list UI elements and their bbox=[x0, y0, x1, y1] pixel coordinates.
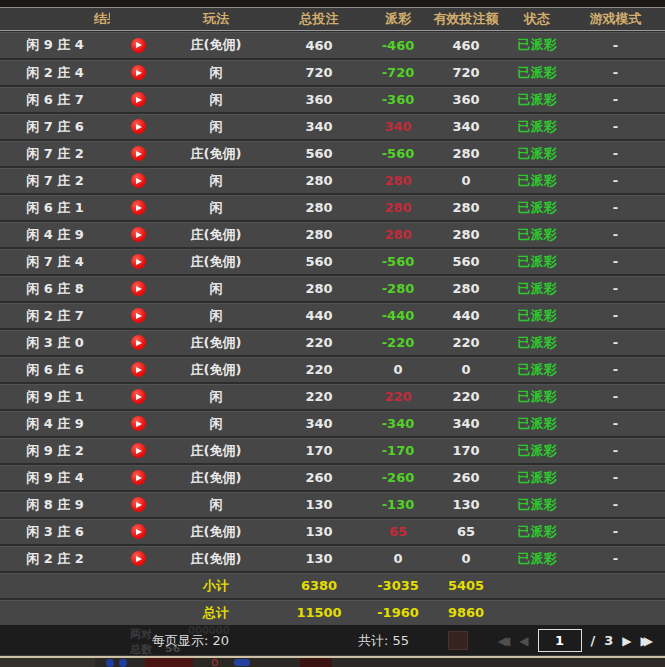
game-mode-cell: - bbox=[566, 362, 665, 377]
total-bet-cell: 560 bbox=[266, 146, 372, 161]
play-replay-button[interactable] bbox=[131, 65, 146, 80]
table-row: 闲 2 庄 2 庄(免佣) 130 0 0 已派彩 - bbox=[0, 544, 665, 571]
page-number-input[interactable] bbox=[538, 629, 582, 652]
valid-bet-cell: 220 bbox=[424, 389, 508, 404]
grand-total-payout: -1960 bbox=[372, 605, 424, 620]
play-type-cell: 庄(免佣) bbox=[166, 36, 266, 54]
play-type-cell: 闲 bbox=[166, 307, 266, 325]
per-page-value: 20 bbox=[213, 633, 230, 648]
play-replay-button[interactable] bbox=[131, 362, 146, 377]
result-cell: 闲 7 庄 2 bbox=[0, 172, 110, 190]
play-icon bbox=[136, 97, 142, 103]
prev-page-button[interactable]: ◀ bbox=[519, 630, 528, 652]
bet-history-window: 结果 玩法 总投注 派彩 有效投注额 状态 游戏模式 闲 9 庄 4 庄(免佣)… bbox=[0, 0, 665, 667]
game-mode-cell: - bbox=[566, 65, 665, 80]
strip-content bbox=[0, 658, 665, 667]
table-row: 闲 7 庄 2 庄(免佣) 560 -560 280 已派彩 - bbox=[0, 139, 665, 166]
play-replay-button[interactable] bbox=[131, 227, 146, 242]
background-blob bbox=[0, 658, 95, 667]
game-mode-cell: - bbox=[566, 200, 665, 215]
total-bet-cell: 720 bbox=[266, 65, 372, 80]
play-replay-button[interactable] bbox=[131, 524, 146, 539]
total-bet-cell: 220 bbox=[266, 335, 372, 350]
game-mode-cell: - bbox=[566, 524, 665, 539]
play-icon bbox=[136, 502, 142, 508]
play-icon bbox=[136, 340, 142, 346]
total-bet-cell: 260 bbox=[266, 470, 372, 485]
game-mode-cell: - bbox=[566, 227, 665, 242]
play-replay-button[interactable] bbox=[131, 551, 146, 566]
play-replay-button[interactable] bbox=[131, 497, 146, 512]
grand-total-label: 总计 bbox=[166, 604, 266, 622]
total-bet-cell: 220 bbox=[266, 362, 372, 377]
first-page-icon: ◀◀ bbox=[498, 630, 510, 652]
status-cell: 已派彩 bbox=[508, 415, 566, 433]
last-page-icon: ▶▶ bbox=[641, 630, 653, 652]
play-icon bbox=[136, 475, 142, 481]
subtotal-valid: 5405 bbox=[424, 578, 508, 593]
result-cell: 闲 4 庄 9 bbox=[0, 415, 110, 433]
next-page-button[interactable]: ▶ bbox=[622, 630, 631, 652]
last-page-button[interactable]: ▶▶ bbox=[641, 630, 653, 652]
total-pages-label: 3 bbox=[604, 633, 613, 648]
result-cell: 闲 6 庄 8 bbox=[0, 280, 110, 298]
play-replay-button[interactable] bbox=[131, 443, 146, 458]
play-replay-button[interactable] bbox=[131, 38, 146, 53]
play-icon bbox=[136, 394, 142, 400]
grand-total-total: 11500 bbox=[266, 605, 372, 620]
status-cell: 已派彩 bbox=[508, 64, 566, 82]
payout-cell: -130 bbox=[372, 497, 424, 512]
valid-bet-cell: 220 bbox=[424, 335, 508, 350]
game-mode-cell: - bbox=[566, 92, 665, 107]
valid-bet-cell: 260 bbox=[424, 470, 508, 485]
play-icon bbox=[136, 448, 142, 454]
prev-page-icon: ◀ bbox=[519, 634, 528, 648]
play-replay-button[interactable] bbox=[131, 308, 146, 323]
header-valid-bet: 有效投注额 bbox=[424, 10, 508, 28]
table-row: 闲 7 庄 6 闲 340 340 340 已派彩 - bbox=[0, 112, 665, 139]
play-replay-button[interactable] bbox=[131, 119, 146, 134]
valid-bet-cell: 560 bbox=[424, 254, 508, 269]
play-replay-button[interactable] bbox=[131, 335, 146, 350]
ghost-background-text: 两对 bbox=[130, 627, 152, 642]
first-page-button[interactable]: ◀◀ bbox=[498, 630, 510, 652]
subtotal-label: 小计 bbox=[166, 577, 266, 595]
game-mode-cell: - bbox=[566, 254, 665, 269]
valid-bet-cell: 340 bbox=[424, 119, 508, 134]
play-replay-button[interactable] bbox=[131, 200, 146, 215]
payout-cell: -170 bbox=[372, 443, 424, 458]
payout-cell: -220 bbox=[372, 335, 424, 350]
play-type-cell: 闲 bbox=[166, 280, 266, 298]
play-replay-button[interactable] bbox=[131, 416, 146, 431]
status-cell: 已派彩 bbox=[508, 469, 566, 487]
valid-bet-cell: 720 bbox=[424, 65, 508, 80]
play-type-cell: 庄(免佣) bbox=[166, 334, 266, 352]
table-row: 闲 9 庄 4 庄(免佣) 460 -460 460 已派彩 - bbox=[0, 31, 665, 58]
next-page-icon: ▶ bbox=[622, 634, 631, 648]
total-bet-cell: 280 bbox=[266, 281, 372, 296]
result-cell: 闲 9 庄 4 bbox=[0, 469, 110, 487]
play-type-cell: 闲 bbox=[166, 172, 266, 190]
game-mode-cell: - bbox=[566, 335, 665, 350]
play-replay-button[interactable] bbox=[131, 92, 146, 107]
total-bet-cell: 340 bbox=[266, 416, 372, 431]
payout-cell: 0 bbox=[372, 551, 424, 566]
play-replay-button[interactable] bbox=[131, 389, 146, 404]
valid-bet-cell: 280 bbox=[424, 146, 508, 161]
play-replay-button[interactable] bbox=[131, 173, 146, 188]
table-row: 闲 8 庄 9 闲 130 -130 130 已派彩 - bbox=[0, 490, 665, 517]
ghost-background-box bbox=[448, 631, 468, 650]
status-cell: 已派彩 bbox=[508, 523, 566, 541]
play-icon bbox=[136, 421, 142, 427]
background-darkred-block bbox=[300, 658, 332, 667]
pager-controls: ◀◀ ◀ / 3 ▶ ▶▶ bbox=[498, 629, 653, 652]
play-icon bbox=[136, 151, 142, 157]
play-replay-button[interactable] bbox=[131, 146, 146, 161]
play-replay-button[interactable] bbox=[131, 254, 146, 269]
play-replay-button[interactable] bbox=[131, 281, 146, 296]
play-replay-button[interactable] bbox=[131, 470, 146, 485]
payout-cell: -460 bbox=[372, 38, 424, 53]
valid-bet-cell: 65 bbox=[424, 524, 508, 539]
status-cell: 已派彩 bbox=[508, 91, 566, 109]
payout-cell: 220 bbox=[372, 389, 424, 404]
